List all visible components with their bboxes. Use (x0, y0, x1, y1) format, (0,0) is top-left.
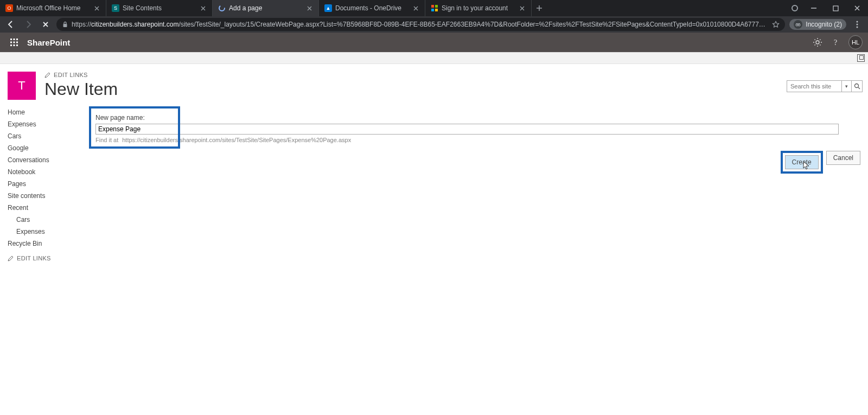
browser-address-bar: https://citizenbuilders.sharepoint.com/s… (0, 16, 868, 33)
leftnav-item[interactable]: Home (8, 106, 89, 118)
tab-close-button[interactable] (412, 4, 419, 12)
browser-url-text: https://citizenbuilders.sharepoint.com/s… (72, 21, 769, 28)
svg-rect-17 (16, 42, 18, 43)
window-maximize-button[interactable] (825, 0, 846, 16)
svg-point-23 (854, 84, 858, 88)
tab-close-button[interactable] (93, 4, 100, 12)
svg-rect-18 (10, 44, 12, 46)
leftnav-item[interactable]: Pages (8, 178, 89, 190)
page-name-label: New page name: (95, 114, 863, 122)
svg-point-21 (816, 41, 819, 44)
create-button[interactable]: Create (785, 155, 819, 169)
left-navigation: HomeExpensesCarsGoogleConversationsNoteb… (8, 106, 89, 261)
record-icon[interactable] (787, 0, 803, 16)
loading-spinner-icon (218, 4, 226, 12)
leftnav-item[interactable]: Site contents (8, 190, 89, 202)
browser-tab[interactable]: OMicrosoft Office Home (0, 0, 106, 16)
svg-point-8 (798, 24, 800, 26)
search-go-button[interactable] (851, 81, 862, 92)
highlight-box-create: Create (781, 151, 823, 174)
leftnav-item[interactable]: Cars (8, 130, 89, 142)
favicon-icon: O (5, 4, 13, 12)
svg-rect-1 (431, 5, 434, 8)
browser-url-field[interactable]: https://citizenbuilders.sharepoint.com/s… (56, 18, 785, 31)
browser-tab-title: Add a page (229, 4, 302, 12)
browser-tab-title: Site Contents (123, 4, 196, 12)
svg-rect-13 (14, 39, 15, 40)
browser-forward-button[interactable] (22, 18, 35, 31)
leftnav-edit-links[interactable]: EDIT LINKS (8, 255, 89, 261)
bookmark-star-icon[interactable] (772, 21, 780, 28)
window-close-button[interactable] (846, 0, 868, 16)
page-name-input[interactable] (95, 124, 839, 135)
user-avatar[interactable]: HL (848, 35, 863, 49)
leftnav-item[interactable]: Expenses (8, 226, 89, 238)
top-edit-links[interactable]: EDIT LINKS (44, 72, 787, 78)
favicon-icon: S (112, 4, 119, 12)
pencil-icon (44, 72, 50, 78)
lock-icon (62, 21, 68, 28)
search-box: ▾ (787, 80, 863, 92)
tab-close-button[interactable] (518, 4, 526, 12)
page-title: New Item (44, 79, 787, 99)
leftnav-item[interactable]: Conversations (8, 154, 89, 166)
svg-rect-6 (63, 24, 67, 27)
svg-rect-19 (14, 44, 15, 46)
svg-rect-16 (14, 42, 15, 43)
browser-menu-button[interactable] (851, 18, 864, 31)
browser-tab-title: Microsoft Office Home (16, 4, 90, 12)
site-logo[interactable]: T (8, 72, 36, 100)
app-launcher-button[interactable] (5, 34, 23, 51)
cancel-button[interactable]: Cancel (826, 151, 860, 165)
search-scope-dropdown[interactable]: ▾ (841, 81, 851, 92)
leftnav-item[interactable]: Google (8, 142, 89, 154)
leftnav-item[interactable]: Recent (8, 202, 89, 214)
leftnav-item[interactable]: Expenses (8, 118, 89, 130)
find-it-at: Find it at https://citizenbuilders.share… (95, 137, 863, 143)
svg-point-11 (857, 27, 858, 28)
browser-tab[interactable]: Add a page (213, 0, 319, 16)
svg-point-9 (857, 21, 858, 23)
suite-bar: SharePoint ? HL (0, 33, 868, 52)
focus-content-button[interactable] (857, 54, 865, 62)
leftnav-item[interactable]: Notebook (8, 166, 89, 178)
browser-tab-title: Sign in to your account (442, 4, 515, 12)
svg-rect-12 (10, 39, 12, 40)
svg-rect-2 (435, 5, 438, 8)
ribbon-band (0, 52, 868, 64)
pencil-icon (8, 256, 14, 261)
window-controls (787, 0, 868, 16)
browser-tab-title: Documents - OneDrive (335, 4, 409, 12)
tab-close-button[interactable] (199, 4, 207, 12)
svg-point-7 (796, 24, 798, 26)
svg-rect-20 (16, 44, 18, 46)
browser-tab[interactable]: SSite Contents (106, 0, 213, 16)
svg-rect-5 (833, 6, 838, 11)
svg-point-10 (857, 24, 858, 25)
search-input[interactable] (787, 83, 841, 90)
settings-gear-icon[interactable] (813, 37, 822, 47)
browser-tab[interactable]: Sign in to your account (425, 0, 532, 16)
tab-close-button[interactable] (305, 4, 313, 12)
form-area: New page name: Find it at https://citize… (89, 106, 863, 261)
svg-text:?: ? (834, 39, 837, 47)
incognito-icon (794, 20, 802, 29)
leftnav-item[interactable]: Cars (8, 214, 89, 226)
svg-rect-4 (435, 9, 438, 11)
suite-brand[interactable]: SharePoint (27, 38, 70, 47)
svg-point-0 (219, 5, 225, 11)
incognito-indicator[interactable]: Incognito (2) (789, 19, 846, 30)
svg-rect-14 (16, 39, 18, 40)
window-minimize-button[interactable] (803, 0, 825, 16)
favicon-icon: ▲ (324, 4, 332, 12)
help-icon[interactable]: ? (831, 38, 840, 47)
browser-tab-strip: OMicrosoft Office HomeSSite ContentsAdd … (0, 0, 868, 16)
favicon-icon (431, 4, 438, 12)
leftnav-item[interactable]: Recycle Bin (8, 238, 89, 250)
browser-back-button[interactable] (4, 18, 17, 31)
new-tab-button[interactable] (532, 1, 547, 16)
svg-rect-15 (10, 42, 12, 43)
browser-tab[interactable]: ▲Documents - OneDrive (319, 0, 425, 16)
svg-rect-3 (431, 9, 434, 11)
browser-stop-button[interactable] (39, 18, 52, 31)
